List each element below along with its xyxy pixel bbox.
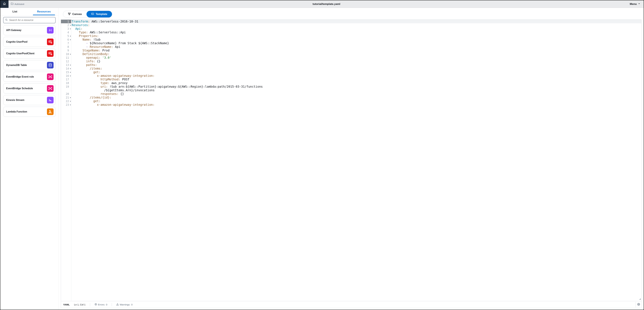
- resource-card[interactable]: DynamoDB Table: [3, 60, 56, 70]
- code-line[interactable]: /items/{id}:: [71, 96, 641, 99]
- template-label: Template: [96, 12, 107, 16]
- search-box[interactable]: [3, 17, 56, 23]
- gutter-line[interactable]: [61, 88, 71, 92]
- gutter-line[interactable]: 15▼: [61, 70, 71, 74]
- code-line[interactable]: Properties:: [71, 34, 641, 38]
- fold-toggle-icon[interactable]: ▼: [70, 39, 71, 40]
- code-line[interactable]: x-amazon-apigateway-integration:: [71, 74, 641, 78]
- resource-card[interactable]: Cognito UserPool: [3, 37, 56, 47]
- status-language: YAML: [63, 303, 70, 306]
- canvas-label: Canvas: [72, 12, 82, 16]
- fold-toggle-icon[interactable]: ▼: [70, 53, 71, 55]
- code-line[interactable]: uri: !Sub arn:${AWS::Partition}:apigatew…: [71, 85, 641, 88]
- resource-card[interactable]: EventBridge Schedule: [3, 83, 56, 93]
- gutter-line[interactable]: 9: [61, 49, 71, 52]
- code-line[interactable]: get:: [71, 99, 641, 103]
- code-line[interactable]: info: {}: [71, 59, 641, 63]
- code-line[interactable]: paths:: [71, 63, 641, 67]
- tab-list[interactable]: List: [0, 8, 30, 15]
- topbar: Autosave tutorial/template.yaml Menu: [0, 0, 644, 8]
- svg-line-27: [49, 88, 50, 88]
- gutter-line[interactable]: 10▼: [61, 52, 71, 56]
- fold-toggle-icon[interactable]: ▼: [70, 100, 71, 102]
- svg-point-26: [51, 89, 52, 90]
- code-line[interactable]: type: aws_proxy: [71, 81, 641, 85]
- status-errors[interactable]: Errors: 0: [94, 303, 107, 306]
- file-title: tutorial/template.yaml: [26, 2, 626, 6]
- code-line[interactable]: httpMethod: POST: [71, 78, 641, 81]
- gutter-line[interactable]: 18: [61, 81, 71, 85]
- gutter-line[interactable]: 3▼: [61, 27, 71, 30]
- code-line[interactable]: openapi: '3.0': [71, 56, 641, 59]
- sidebar-tabs: List Resources: [0, 8, 58, 15]
- gutter-line[interactable]: 4: [61, 30, 71, 34]
- resource-label: Cognito UserPoolClient: [6, 52, 34, 55]
- resource-card[interactable]: Cognito UserPoolClient: [3, 48, 56, 58]
- main: List Resources API GatewayCognito UserPo…: [0, 8, 644, 310]
- gutter-line[interactable]: 22▼: [61, 99, 71, 103]
- gutter-line[interactable]: 12: [61, 59, 71, 63]
- gutter-line[interactable]: 1: [61, 20, 71, 23]
- gutter-line[interactable]: 17: [61, 78, 71, 81]
- gutter-line[interactable]: 13▼: [61, 63, 71, 67]
- gutter-line[interactable]: 21▼: [61, 96, 71, 99]
- svg-point-0: [6, 19, 7, 20]
- code-line[interactable]: /${getItems.Arn}/invocations: [71, 88, 641, 92]
- gutter-line[interactable]: 11: [61, 56, 71, 59]
- home-button[interactable]: [0, 0, 8, 8]
- svg-rect-38: [92, 13, 94, 15]
- canvas-toggle[interactable]: Canvas: [63, 11, 86, 17]
- tab-resources-label: Resources: [37, 10, 51, 13]
- gutter-line[interactable]: 6▼: [61, 38, 71, 41]
- fold-toggle-icon[interactable]: ▼: [70, 35, 71, 37]
- code-line[interactable]: Api:: [71, 27, 641, 30]
- gutter-line[interactable]: 7: [61, 41, 71, 45]
- settings-button[interactable]: [636, 302, 641, 308]
- tab-resources[interactable]: Resources: [30, 8, 58, 15]
- fold-toggle-icon[interactable]: ▼: [70, 68, 71, 69]
- status-warnings[interactable]: Warnings: 0: [116, 303, 132, 306]
- fold-toggle-icon[interactable]: ▼: [70, 104, 71, 106]
- template-icon: [91, 12, 94, 16]
- gutter-line[interactable]: 2▼: [61, 23, 71, 27]
- code-line[interactable]: get:: [71, 70, 641, 74]
- code-line[interactable]: /items:: [71, 67, 641, 70]
- resource-label: API Gateway: [6, 29, 22, 32]
- code-line[interactable]: Name: !Sub: [71, 38, 641, 41]
- fold-toggle-icon[interactable]: ▼: [70, 64, 71, 66]
- code-line[interactable]: responses: {}: [71, 92, 641, 96]
- status-bar: YAML Ln 1, Col 1 Errors: 0 Warnings: 0: [61, 301, 642, 308]
- fold-toggle-icon[interactable]: ▼: [70, 24, 71, 26]
- code-line[interactable]: x-amazon-apigateway-integration:: [71, 103, 641, 106]
- resource-card[interactable]: API Gateway: [3, 25, 56, 35]
- resource-card[interactable]: Kinesis Stream: [3, 95, 56, 105]
- fold-toggle-icon[interactable]: ▼: [70, 28, 71, 29]
- chevron-down-icon: [638, 2, 640, 6]
- code-line[interactable]: Type: AWS::Serverless::Api: [71, 30, 641, 34]
- fold-toggle-icon[interactable]: ▼: [70, 71, 71, 73]
- gutter-line[interactable]: 5▼: [61, 34, 71, 38]
- resource-list: API GatewayCognito UserPoolCognito UserP…: [0, 24, 58, 310]
- search-input[interactable]: [9, 19, 54, 21]
- fold-toggle-icon[interactable]: ▼: [70, 97, 71, 98]
- gutter-line[interactable]: 23▼: [61, 103, 71, 106]
- resource-card[interactable]: Lambda Function: [3, 107, 56, 117]
- code-line[interactable]: - ${ResourceName} From Stack ${AWS::Stac…: [71, 41, 641, 45]
- fold-toggle-icon[interactable]: ▼: [70, 75, 71, 77]
- resource-label: Lambda Function: [6, 110, 27, 113]
- gutter-line[interactable]: 16▼: [61, 74, 71, 78]
- code-line[interactable]: Transform: AWS::Serverless-2016-10-31: [71, 20, 641, 23]
- code-line[interactable]: StageName: Prod: [71, 49, 641, 52]
- gutter-line[interactable]: 19: [61, 85, 71, 88]
- gutter-line[interactable]: 8: [61, 45, 71, 49]
- menu-button[interactable]: Menu: [626, 2, 644, 6]
- code-line[interactable]: Resources:: [71, 23, 641, 27]
- resource-label: Cognito UserPool: [6, 40, 28, 43]
- gutter-line[interactable]: 20: [61, 92, 71, 96]
- code-line[interactable]: - ResourceName: Api: [71, 45, 641, 49]
- code-line[interactable]: DefinitionBody:: [71, 52, 641, 56]
- resource-card[interactable]: EventBridge Event rule: [3, 72, 56, 82]
- code-editor[interactable]: Transform: AWS::Serverless-2016-10-31Res…: [71, 20, 641, 301]
- template-toggle[interactable]: Template: [86, 11, 112, 17]
- gutter-line[interactable]: 14▼: [61, 67, 71, 70]
